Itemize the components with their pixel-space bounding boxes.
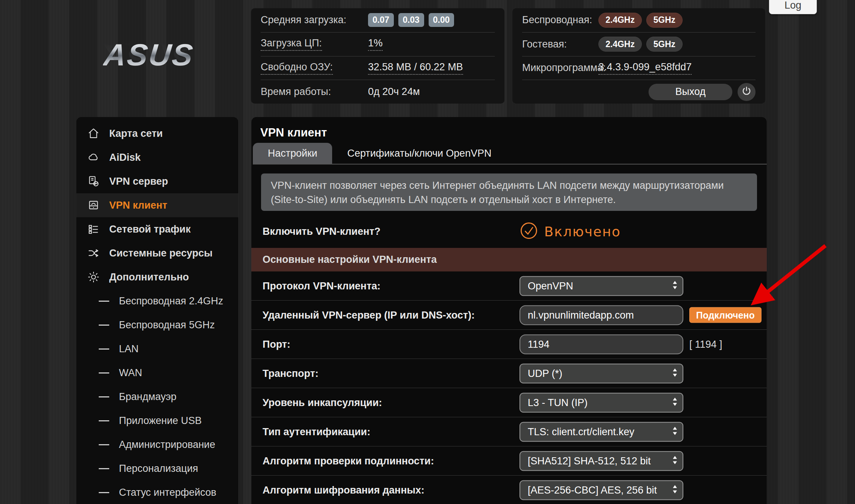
sidebar-item-network-map[interactable]: Карта сети bbox=[76, 122, 238, 145]
cipher-algorithm-row: Алгоритм шифрования данных: [AES-256-CBC… bbox=[251, 476, 767, 504]
vpn-client-icon bbox=[86, 199, 101, 212]
vpn-client-description: VPN-клиент позволяет через сеть Интернет… bbox=[261, 173, 757, 211]
dash-icon bbox=[99, 325, 109, 326]
cipher-algorithm-label: Алгоритм шифрования данных: bbox=[263, 484, 425, 496]
port-label: Порт: bbox=[263, 338, 290, 350]
log-button[interactable]: Log bbox=[769, 0, 817, 14]
port-input[interactable] bbox=[520, 334, 683, 354]
sidebar-subitem-personalization[interactable]: Персонализация bbox=[76, 457, 238, 480]
sidebar-subitem-wan[interactable]: WAN bbox=[76, 361, 238, 385]
sidebar-subitem-label: Статус интерфейсов bbox=[119, 487, 216, 498]
port-row: Порт: [ 1194 ] bbox=[251, 330, 767, 359]
sidebar-item-label: VPN клиент bbox=[109, 200, 167, 211]
load-average-label: Средняя загрузка: bbox=[261, 14, 346, 26]
sidebar-item-aidisk[interactable]: AiDisk bbox=[76, 145, 238, 169]
uptime-row: Время работы: 0д 20ч 24м bbox=[261, 80, 495, 104]
sidebar-item-vpn-client[interactable]: VPN клиент bbox=[76, 193, 238, 217]
sidebar-subitem-wireless-24[interactable]: Беспроводная 2.4GHz bbox=[76, 289, 238, 313]
sidebar-item-advanced[interactable]: Дополнительно bbox=[76, 265, 238, 289]
sidebar-item-label: Карта сети bbox=[109, 128, 163, 139]
sidebar-item-label: VPN сервер bbox=[109, 176, 168, 187]
sidebar-subitem-label: WAN bbox=[119, 367, 142, 379]
dash-icon bbox=[99, 372, 109, 374]
vpn-settings-table: Протокол VPN-клиента: OpenVPN Удаленный … bbox=[251, 271, 767, 504]
guest-24ghz-pill[interactable]: 2.4GHz bbox=[598, 37, 642, 52]
protocol-select[interactable]: OpenVPN bbox=[520, 276, 683, 296]
auth-type-select[interactable]: TLS: client.crt/client.key bbox=[520, 422, 683, 442]
vpn-client-page: VPN клиент Настройки Сертификаты/ключи O… bbox=[251, 117, 767, 504]
wireless-row: Беспроводная: 2.4GHz 5GHz bbox=[522, 8, 756, 32]
tab-certificates[interactable]: Сертификаты/ключи OpenVPN bbox=[332, 143, 506, 164]
system-stats-panel: Средняя загрузка: 0.07 0.03 0.00 Загрузк… bbox=[251, 8, 505, 104]
wireless-label: Беспроводная: bbox=[522, 14, 592, 26]
hmac-algorithm-select-value: [SHA512] SHA-512, 512 bit bbox=[528, 455, 651, 467]
logout-row: Выход bbox=[522, 80, 756, 104]
encapsulation-row: Уровень инкапсуляции: L3 - TUN (IP) bbox=[251, 388, 767, 417]
auth-type-select-value: TLS: client.crt/client.key bbox=[528, 426, 634, 437]
ram-label[interactable]: Свободно ОЗУ: bbox=[261, 61, 333, 75]
enable-status-text: Включено bbox=[544, 224, 621, 239]
auth-type-row: Тип аутентификации: TLS: client.crt/clie… bbox=[251, 417, 767, 446]
sidebar-subitem-administration[interactable]: Администрирование bbox=[76, 433, 238, 457]
hmac-algorithm-label: Алгоритм проверки подлинности: bbox=[263, 455, 434, 467]
sidebar-subitem-label: Беспроводная 2.4GHz bbox=[119, 295, 223, 307]
wireless-5ghz-pill[interactable]: 5GHz bbox=[646, 13, 683, 28]
transport-select-value: UDP (*) bbox=[528, 368, 563, 379]
sidebar-subitem-usb-app[interactable]: Приложение USB bbox=[76, 409, 238, 433]
load-1min-badge: 0.07 bbox=[368, 13, 394, 27]
sidebar-subitem-interface-status[interactable]: Статус интерфейсов bbox=[76, 480, 238, 504]
cpu-value[interactable]: 1% bbox=[368, 37, 383, 51]
sidebar-subitem-label: Брандмауэр bbox=[119, 391, 177, 403]
remote-server-row: Удаленный VPN-сервер (IP или DNS-хост): … bbox=[251, 301, 767, 330]
shuffle-icon bbox=[86, 247, 101, 259]
firmware-label: Микропрограмма: bbox=[522, 62, 606, 74]
hmac-algorithm-select[interactable]: [SHA512] SHA-512, 512 bit bbox=[520, 451, 683, 471]
wireless-24ghz-pill[interactable]: 2.4GHz bbox=[598, 13, 642, 28]
sidebar-subitem-wireless-5[interactable]: Беспроводная 5GHz bbox=[76, 313, 238, 337]
logout-button[interactable]: Выход bbox=[649, 84, 732, 100]
guest-label: Гостевая: bbox=[522, 39, 567, 50]
sidebar-item-system-resources[interactable]: Системные ресурсы bbox=[76, 241, 238, 265]
load-average-row: Средняя загрузка: 0.07 0.03 0.00 bbox=[261, 8, 495, 32]
enabled-check-icon[interactable] bbox=[520, 221, 538, 242]
sidebar-subitem-label: Беспроводная 5GHz bbox=[119, 319, 215, 331]
connected-button[interactable]: Подключено bbox=[689, 307, 761, 323]
load-5min-badge: 0.03 bbox=[398, 13, 424, 27]
cpu-row: Загрузка ЦП: 1% bbox=[261, 32, 495, 56]
cpu-label[interactable]: Загрузка ЦП: bbox=[261, 37, 322, 51]
sidebar-item-vpn-server[interactable]: VPN сервер bbox=[76, 169, 238, 193]
encapsulation-select-value: L3 - TUN (IP) bbox=[528, 397, 588, 408]
asus-logo: ASUS ASUS bbox=[104, 37, 224, 102]
transport-select[interactable]: UDP (*) bbox=[520, 363, 683, 383]
gear-icon bbox=[86, 271, 101, 283]
hmac-algorithm-row: Алгоритм проверки подлинности: [SHA512] … bbox=[251, 446, 767, 476]
tab-settings[interactable]: Настройки bbox=[253, 143, 332, 164]
dash-icon bbox=[99, 468, 109, 469]
vpn-server-icon bbox=[86, 175, 101, 188]
uptime-value: 0д 20ч 24м bbox=[368, 86, 420, 98]
auth-type-label: Тип аутентификации: bbox=[263, 426, 370, 437]
cipher-algorithm-select[interactable]: [AES-256-CBC] AES, 256 bit bbox=[520, 480, 683, 500]
firmware-row: Микропрограмма: 3.4.3.9-099_e58fdd7 bbox=[522, 56, 756, 80]
firmware-version-link[interactable]: 3.4.3.9-099_e58fdd7 bbox=[598, 61, 692, 75]
transport-row: Транспорт: UDP (*) bbox=[251, 359, 767, 388]
protocol-row: Протокол VPN-клиента: OpenVPN bbox=[251, 271, 767, 301]
load-15min-badge: 0.00 bbox=[429, 13, 454, 27]
sidebar-subitem-label: Приложение USB bbox=[119, 415, 202, 427]
sidebar-item-network-traffic[interactable]: Сетевой трафик bbox=[76, 217, 238, 241]
reboot-button[interactable] bbox=[738, 83, 756, 101]
dash-icon bbox=[99, 420, 109, 421]
basic-settings-section-header: Основные настройки VPN-клиента bbox=[251, 248, 767, 271]
sidebar-item-label: Дополнительно bbox=[109, 271, 189, 283]
select-stepper-icon bbox=[672, 397, 677, 408]
sidebar-subitem-firewall[interactable]: Брандмауэр bbox=[76, 385, 238, 409]
encapsulation-select[interactable]: L3 - TUN (IP) bbox=[520, 393, 683, 412]
dash-icon bbox=[99, 396, 109, 397]
sidebar-subitem-lan[interactable]: LAN bbox=[76, 337, 238, 361]
remote-server-input[interactable] bbox=[520, 305, 683, 325]
port-default-hint: [ 1194 ] bbox=[689, 338, 722, 350]
enable-vpn-label: Включить VPN-клиент? bbox=[263, 226, 380, 237]
guest-5ghz-pill[interactable]: 5GHz bbox=[646, 37, 683, 52]
ram-value[interactable]: 32.58 MB / 60.22 MB bbox=[368, 61, 463, 75]
uptime-label: Время работы: bbox=[261, 86, 331, 98]
